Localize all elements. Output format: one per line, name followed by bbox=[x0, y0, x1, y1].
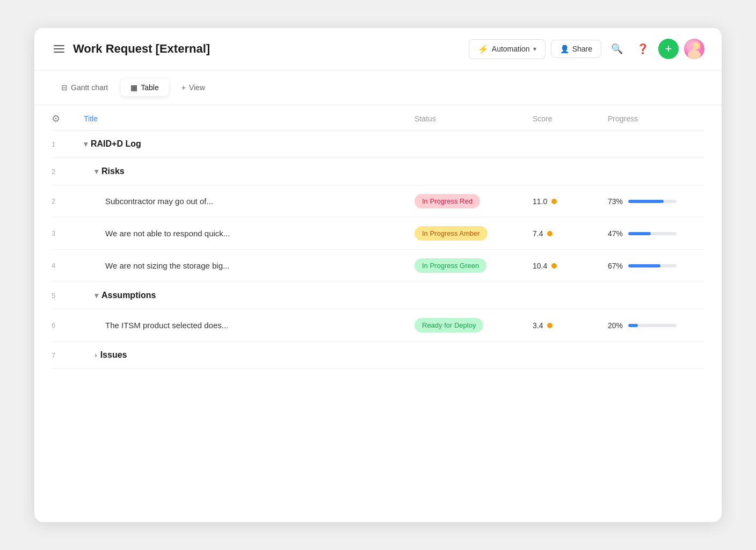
score-cell: 11.0 bbox=[533, 197, 608, 206]
plus-view-icon: + bbox=[181, 83, 186, 92]
progress-bar-bg bbox=[628, 200, 677, 203]
header-left: Work Request [External] bbox=[52, 42, 462, 56]
menu-icon[interactable] bbox=[52, 43, 67, 55]
app-title: Work Request [External] bbox=[73, 42, 210, 56]
row-num: 7 bbox=[52, 351, 84, 359]
table-row: 1 ▾ RAID+D Log bbox=[52, 131, 704, 158]
row-num: 4 bbox=[52, 262, 84, 270]
header: Work Request [External] ⚡ Automation ▾ 👤… bbox=[34, 28, 722, 70]
automation-label: Automation bbox=[492, 45, 530, 53]
row-title-itsm[interactable]: The ITSM product selected does... bbox=[84, 321, 415, 330]
score-cell: 10.4 bbox=[533, 262, 608, 270]
add-button[interactable]: + bbox=[658, 39, 679, 59]
subgroup-title-assumptions[interactable]: ▾ Assumptions bbox=[84, 291, 415, 300]
subgroup-title-risks[interactable]: ▾ Risks bbox=[84, 167, 415, 176]
row-num: 6 bbox=[52, 321, 84, 329]
row-title-respond[interactable]: We are not able to respond quick... bbox=[84, 229, 415, 238]
avatar[interactable] bbox=[684, 39, 704, 59]
help-button[interactable]: ❓ bbox=[633, 39, 653, 59]
table-row: 4 We are not sizing the storage big... I… bbox=[52, 250, 704, 282]
col-title: Title bbox=[84, 114, 415, 123]
row-num: 2 bbox=[52, 168, 84, 176]
progress-bar-fill bbox=[628, 324, 638, 327]
table-row: 5 ▾ Assumptions bbox=[52, 282, 704, 309]
progress-cell: 47% bbox=[608, 229, 704, 238]
gantt-icon: ⊟ bbox=[61, 83, 68, 92]
col-progress: Progress bbox=[608, 114, 704, 123]
subgroup-title-issues[interactable]: › Issues bbox=[84, 350, 415, 360]
status-badge-green[interactable]: In Progress Green bbox=[415, 258, 533, 273]
plus-icon: + bbox=[665, 42, 672, 56]
svg-point-3 bbox=[688, 42, 694, 49]
share-label: Share bbox=[572, 45, 592, 53]
progress-bar-fill bbox=[628, 264, 660, 267]
tab-gantt-chart[interactable]: ⊟ Gantt chart bbox=[52, 79, 118, 96]
status-badge-red[interactable]: In Progress Red bbox=[415, 194, 533, 208]
share-icon: 👤 bbox=[560, 45, 569, 53]
table-row: 3 We are not able to respond quick... In… bbox=[52, 218, 704, 250]
col-score: Score bbox=[533, 114, 608, 123]
progress-bar-fill bbox=[628, 232, 651, 235]
view-tabs: ⊟ Gantt chart ▦ Table + View bbox=[34, 70, 722, 105]
progress-cell: 73% bbox=[608, 197, 704, 206]
row-num: 2 bbox=[52, 197, 84, 205]
share-button[interactable]: 👤 Share bbox=[551, 40, 601, 58]
table-icon: ▦ bbox=[130, 83, 137, 92]
score-dot bbox=[551, 263, 557, 269]
row-title-subcontractor[interactable]: Subcontractor may go out of... bbox=[84, 197, 415, 206]
progress-cell: 20% bbox=[608, 321, 704, 330]
row-num: 1 bbox=[52, 140, 84, 148]
score-cell: 3.4 bbox=[533, 321, 608, 330]
score-cell: 7.4 bbox=[533, 229, 608, 238]
row-title-storage[interactable]: We are not sizing the storage big... bbox=[84, 261, 415, 270]
chevron-icon: ▾ bbox=[95, 291, 98, 300]
chevron-icon: ▾ bbox=[95, 167, 98, 176]
help-icon: ❓ bbox=[637, 43, 649, 55]
svg-point-4 bbox=[695, 42, 700, 49]
search-button[interactable]: 🔍 bbox=[607, 39, 627, 59]
progress-bar-bg bbox=[628, 264, 677, 267]
tab-view[interactable]: + View bbox=[172, 79, 215, 96]
chevron-down-icon: ▾ bbox=[533, 45, 536, 53]
table-row: 2 ▾ Risks bbox=[52, 158, 704, 185]
progress-bar-bg bbox=[628, 324, 677, 327]
settings-icon[interactable]: ⚙ bbox=[52, 113, 84, 125]
chevron-right-icon: › bbox=[95, 351, 97, 359]
row-num: 3 bbox=[52, 229, 84, 237]
score-dot bbox=[547, 323, 553, 328]
bolt-icon: ⚡ bbox=[478, 44, 489, 54]
col-status: Status bbox=[415, 114, 533, 123]
score-dot bbox=[551, 199, 557, 204]
progress-bar-bg bbox=[628, 232, 677, 235]
table-row: 2 Subcontractor may go out of... In Prog… bbox=[52, 185, 704, 218]
progress-cell: 67% bbox=[608, 262, 704, 270]
score-dot bbox=[547, 231, 553, 236]
header-right: ⚡ Automation ▾ 👤 Share 🔍 ❓ + bbox=[469, 39, 704, 59]
table-container: ⚙ Title Status Score Progress 1 ▾ RAID+D… bbox=[34, 105, 722, 369]
progress-bar-fill bbox=[628, 200, 664, 203]
table-header: ⚙ Title Status Score Progress bbox=[52, 105, 704, 131]
table-row: 7 › Issues bbox=[52, 342, 704, 369]
automation-button[interactable]: ⚡ Automation ▾ bbox=[469, 39, 546, 59]
tab-table[interactable]: ▦ Table bbox=[121, 79, 168, 96]
group-title[interactable]: ▾ RAID+D Log bbox=[84, 139, 415, 149]
app-window: Work Request [External] ⚡ Automation ▾ 👤… bbox=[34, 28, 722, 522]
status-badge-deploy[interactable]: Ready for Deploy bbox=[415, 318, 533, 332]
table-row: 6 The ITSM product selected does... Read… bbox=[52, 309, 704, 342]
row-num: 5 bbox=[52, 292, 84, 300]
status-badge-amber[interactable]: In Progress Amber bbox=[415, 226, 533, 241]
chevron-icon: ▾ bbox=[84, 140, 88, 148]
search-icon: 🔍 bbox=[611, 43, 623, 55]
